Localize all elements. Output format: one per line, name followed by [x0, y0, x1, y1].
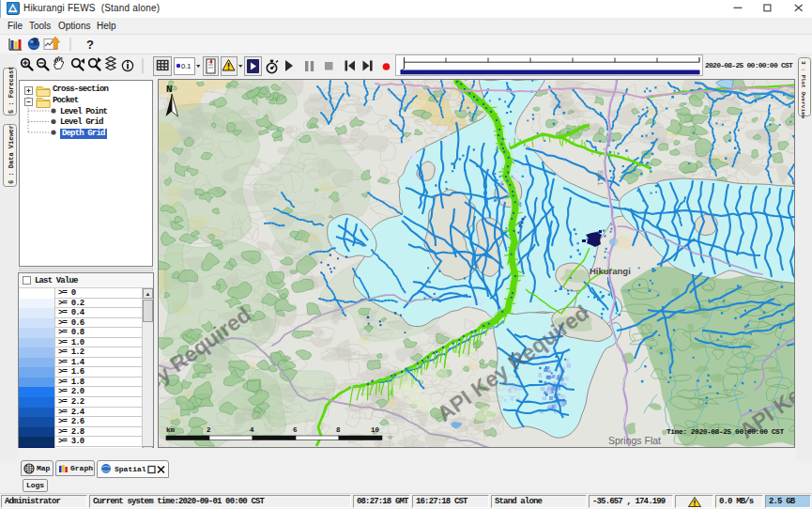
svg-text:Time: 2020-08-25 00:00:00 CST: Time: 2020-08-25 00:00:00 CST [666, 427, 784, 436]
svg-text:4: 4 [250, 426, 254, 434]
svg-text:?: ? [86, 38, 94, 52]
svg-text:2: 2 [207, 426, 211, 434]
svg-text:8: 8 [336, 426, 341, 434]
svg-text:6 : Data Viewer: 6 : Data Viewer [8, 125, 15, 184]
svg-text:10: 10 [371, 426, 380, 434]
svg-text:6: 6 [293, 426, 298, 434]
svg-text:Springs Flat: Springs Flat [608, 435, 661, 446]
svg-text:km: km [166, 426, 176, 434]
svg-text:SH 1: SH 1 [596, 170, 605, 186]
svg-text:Hikurangi: Hikurangi [590, 266, 631, 276]
svg-text:3 : Plot Overview: 3 : Plot Overview [800, 61, 806, 119]
svg-text:0.1: 0.1 [181, 62, 191, 70]
svg-text:N: N [166, 84, 173, 95]
svg-text:5 : Forecast: 5 : Forecast [8, 67, 15, 114]
